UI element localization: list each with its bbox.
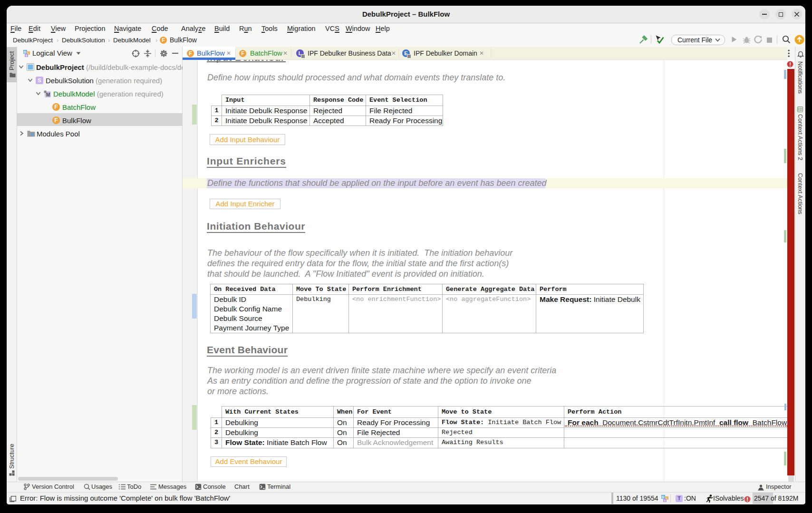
svg-text:M: M	[46, 92, 50, 97]
svg-text:D: D	[24, 50, 26, 54]
svg-text:S: S	[26, 54, 28, 57]
svg-text:S: S	[664, 499, 666, 502]
svg-text:D: D	[662, 495, 664, 499]
